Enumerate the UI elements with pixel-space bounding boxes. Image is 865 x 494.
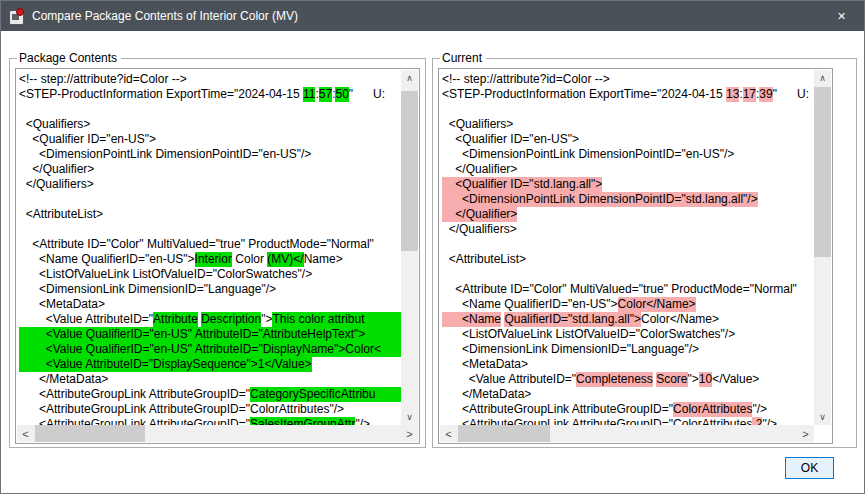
code-line: <AttributeGroupLink AttributeGroupID="Ca… (19, 387, 401, 402)
package-contents-label: Package Contents (17, 51, 121, 65)
scroll-down-icon[interactable]: ∨ (814, 409, 831, 425)
hscroll-thumb[interactable] (35, 425, 145, 442)
code-line: <Value QualifierID="en-US" AttributeID="… (19, 327, 401, 342)
code-line: <AttributeList> (442, 252, 814, 267)
code-line: </MetaData> (442, 387, 814, 402)
code-line: <AttributeGroupLink AttributeGroupID="Sa… (19, 417, 401, 425)
code-line: <Qualifier ID="en-US"> (19, 132, 401, 147)
code-line (19, 192, 401, 207)
current-vscrollbar[interactable]: ∧ ∨ (814, 70, 831, 425)
package-contents-group: Package Contents <!-- step://attribute?i… (9, 58, 426, 448)
package-contents-hscrollbar[interactable]: < > (17, 425, 418, 442)
code-line: <Name QualifierID="en-US">Color</Name> (442, 297, 814, 312)
dialog-window: Compare Package Contents of Interior Col… (0, 0, 865, 494)
code-line: <AttributeGroupLink AttributeGroupID="Co… (442, 402, 814, 417)
ok-button[interactable]: OK (785, 457, 834, 479)
code-line: <DimensionLink DimensionID="Language"/> (19, 282, 401, 297)
code-line: <DimensionPointLink DimensionPointID="st… (442, 192, 814, 207)
scroll-down-icon[interactable]: ∨ (401, 409, 418, 425)
code-line: </Qualifier> (442, 162, 814, 177)
package-contents-textarea[interactable]: <!-- step://attribute?id=Color --><STEP-… (15, 68, 420, 444)
scroll-up-icon[interactable]: ∧ (401, 70, 418, 86)
window-title: Compare Package Contents of Interior Col… (32, 1, 298, 31)
current-hscrollbar[interactable]: < > (440, 425, 814, 442)
current-group: Current <!-- step://attribute?id=Color -… (432, 58, 857, 448)
code-line: <AttributeGroupLink AttributeGroupID="Co… (442, 417, 814, 425)
current-textarea[interactable]: <!-- step://attribute?id=Color --><STEP-… (438, 68, 833, 444)
scroll-up-icon[interactable]: ∧ (814, 70, 831, 86)
code-line (19, 222, 401, 237)
app-icon-red-dot (16, 8, 24, 16)
code-line: <Value AttributeID="Completeness Score">… (442, 372, 814, 387)
code-line: <DimensionPointLink DimensionPointID="en… (442, 147, 814, 162)
code-line: <Qualifiers> (442, 117, 814, 132)
code-line: <Value AttributeID="DisplaySequence">1</… (19, 357, 401, 372)
close-icon: × (837, 8, 845, 24)
code-line: <!-- step://attribute?id=Color --> (442, 72, 814, 87)
code-line: <DimensionPointLink DimensionPointID="en… (19, 147, 401, 162)
code-line: <Attribute ID="Color" MultiValued="true"… (19, 237, 401, 252)
code-line: </Qualifiers> (442, 222, 814, 237)
code-line: </Qualifier> (19, 162, 401, 177)
dialog-body: Package Contents <!-- step://attribute?i… (1, 31, 864, 493)
scroll-right-icon[interactable]: > (797, 425, 814, 442)
hscroll-thumb[interactable] (458, 425, 550, 442)
current-label: Current (440, 51, 486, 65)
vscroll-thumb[interactable] (814, 87, 831, 257)
code-line: <MetaData> (442, 357, 814, 372)
titlebar: Compare Package Contents of Interior Col… (1, 1, 864, 31)
code-line: <Value AttributeID="Attribute Descriptio… (19, 312, 401, 327)
code-line: </Qualifier> (442, 207, 814, 222)
code-line (19, 102, 401, 117)
code-line: <Attribute ID="Color" MultiValued="true"… (442, 282, 814, 297)
code-line: <STEP-ProductInformation ExportTime="202… (442, 87, 814, 102)
code-line: <Name QualifierID="en-US">Interior Color… (19, 252, 401, 267)
code-line: <Value QualifierID="en-US" AttributeID="… (19, 342, 401, 357)
code-line: <Name QualifierID="std.lang.all">Color</… (442, 312, 814, 327)
code-line: </MetaData> (19, 372, 401, 387)
code-line: <Qualifier ID="std.lang.all"> (442, 177, 814, 192)
package-contents-code[interactable]: <!-- step://attribute?id=Color --><STEP-… (17, 70, 401, 425)
code-line: <STEP-ProductInformation ExportTime="202… (19, 87, 401, 102)
code-line: <AttributeGroupLink AttributeGroupID="Co… (19, 402, 401, 417)
scroll-right-icon[interactable]: > (401, 425, 418, 442)
code-line: <!-- step://attribute?id=Color --> (19, 72, 401, 87)
code-line: <AttributeList> (19, 207, 401, 222)
scroll-left-icon[interactable]: < (440, 425, 457, 442)
code-line: <DimensionLink DimensionID="Language"/> (442, 342, 814, 357)
code-line (442, 237, 814, 252)
code-line (442, 267, 814, 282)
code-line: <ListOfValueLink ListOfValueID="ColorSwa… (19, 267, 401, 282)
scroll-left-icon[interactable]: < (17, 425, 34, 442)
current-code[interactable]: <!-- step://attribute?id=Color --><STEP-… (440, 70, 814, 425)
code-line: </Qualifiers> (19, 177, 401, 192)
package-contents-vscrollbar[interactable]: ∧ ∨ (401, 70, 418, 425)
code-line: <Qualifier ID="en-US"> (442, 132, 814, 147)
code-line: <MetaData> (19, 297, 401, 312)
vscroll-thumb[interactable] (401, 91, 418, 251)
code-line (442, 102, 814, 117)
close-button[interactable]: × (819, 1, 864, 30)
code-line: <ListOfValueLink ListOfValueID="ColorSwa… (442, 327, 814, 342)
app-icon (9, 8, 26, 24)
code-line: <Qualifiers> (19, 117, 401, 132)
